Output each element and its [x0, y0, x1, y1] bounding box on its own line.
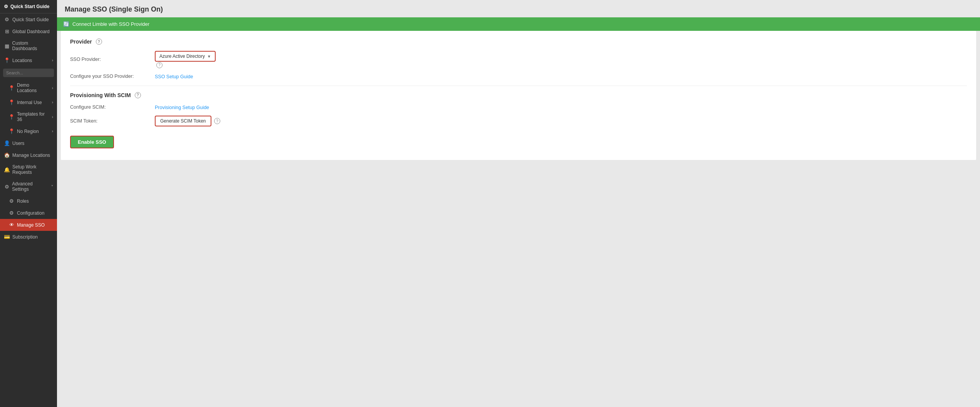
locations-icon: 📍 — [4, 57, 10, 63]
configure-scim-value: Provisioning Setup Guide — [155, 104, 967, 110]
sidebar-item-label: Configuration — [17, 210, 44, 216]
scim-token-help-icon[interactable]: ? — [214, 118, 220, 124]
sidebar-item-label: Locations — [12, 58, 32, 63]
sso-provider-value: Azure Active Directory ▼ ? — [155, 51, 967, 68]
search-input[interactable] — [3, 69, 54, 77]
scim-token-row: SCIM Token: Generate SCIM Token ? — [70, 116, 967, 126]
sidebar-item-no-region[interactable]: 📍 No Region › — [0, 125, 57, 137]
configure-scim-row: Configure SCIM: Provisioning Setup Guide — [70, 104, 967, 110]
templates-icon: 📍 — [8, 114, 15, 120]
chevron-right-icon: › — [52, 86, 53, 90]
sidebar-item-templates[interactable]: 📍 Templates for 36 › — [0, 108, 57, 125]
configuration-icon: ⚙ — [8, 210, 15, 216]
sidebar-item-label: Advanced Settings — [12, 181, 49, 192]
chevron-right-icon: › — [52, 129, 53, 133]
sidebar-item-label: Templates for 36 — [17, 111, 50, 122]
setup-work-requests-icon: 🔔 — [4, 167, 10, 173]
sidebar-item-locations[interactable]: 📍 Locations › — [0, 54, 57, 66]
no-region-icon: 📍 — [8, 128, 15, 134]
sso-provider-row: SSO Provider: Azure Active Directory ▼ ? — [70, 51, 967, 68]
sidebar-item-setup-work-requests[interactable]: 🔔 Setup Work Requests — [0, 161, 57, 178]
enable-sso-button[interactable]: Enable SSO — [70, 136, 114, 148]
sidebar-item-internal-use[interactable]: 📍 Internal Use › — [0, 96, 57, 108]
chevron-right-icon: › — [52, 100, 53, 104]
sidebar-title: Quick Start Guide — [10, 4, 49, 9]
provider-section: Provider ? SSO Provider: Azure Active Di… — [70, 39, 967, 79]
scim-token-label: SCIM Token: — [70, 118, 155, 124]
chevron-right-icon: › — [52, 58, 53, 62]
sidebar-header: ⚙ Quick Start Guide — [0, 0, 57, 13]
configure-scim-label: Configure SCIM: — [70, 104, 155, 110]
sidebar-item-users[interactable]: 👤 Users — [0, 137, 57, 149]
configure-sso-value: SSO Setup Guide — [155, 74, 967, 79]
configure-sso-label: Configure your SSO Provider: — [70, 74, 155, 79]
sidebar-item-quick-start[interactable]: ⚙ Quick Start Guide — [0, 13, 57, 25]
enable-sso-text: Enable SSO — [78, 139, 106, 145]
sidebar: ⚙ Quick Start Guide ⚙ Quick Start Guide … — [0, 0, 57, 407]
sidebar-item-label: Global Dashboard — [12, 29, 50, 34]
sidebar-item-manage-locations[interactable]: 🏠 Manage Locations — [0, 149, 57, 161]
internal-use-icon: 📍 — [8, 99, 15, 105]
demo-locations-icon: 📍 — [8, 85, 15, 91]
chevron-right-icon: › — [52, 115, 53, 119]
sso-banner-icon: 🔄 — [63, 21, 69, 27]
chevron-down-icon: ˅ — [51, 185, 53, 189]
custom-dashboards-icon: ▦ — [4, 43, 10, 49]
sso-banner: 🔄 Connect Limble with SSO Provider — [57, 17, 980, 31]
scim-setup-guide-link[interactable]: Provisioning Setup Guide — [155, 105, 209, 110]
sso-provider-help-icon[interactable]: ? — [156, 62, 162, 68]
sidebar-item-label: No Region — [17, 129, 39, 134]
sidebar-item-demo-locations[interactable]: 📍 Demo Locations › — [0, 79, 57, 96]
advanced-settings-icon: ⚙ — [4, 184, 10, 190]
scim-token-value: Generate SCIM Token ? — [155, 116, 967, 126]
sidebar-item-label: Setup Work Requests — [12, 164, 53, 175]
sidebar-item-custom-dashboards[interactable]: ▦ Custom Dashboards — [0, 37, 57, 54]
sso-provider-select[interactable]: Azure Active Directory ▼ — [155, 51, 216, 62]
scim-help-icon[interactable]: ? — [135, 92, 141, 98]
sidebar-item-label: Demo Locations — [17, 82, 50, 93]
sidebar-item-label: Quick Start Guide — [12, 17, 49, 22]
sidebar-item-subscription[interactable]: 💳 Subscription — [0, 231, 57, 243]
sidebar-item-label: Custom Dashboards — [12, 40, 53, 51]
manage-sso-icon: 👁 — [8, 222, 15, 228]
limble-icon: ⚙ — [4, 4, 8, 9]
generate-scim-token-text: Generate SCIM Token — [160, 118, 206, 124]
sidebar-item-label: Manage SSO — [17, 222, 45, 228]
sidebar-item-label: Users — [12, 141, 24, 146]
sidebar-item-label: Manage Locations — [12, 153, 50, 158]
generate-scim-token-button[interactable]: Generate SCIM Token — [155, 116, 211, 126]
global-dashboard-icon: ⊞ — [4, 29, 10, 34]
page-header: Manage SSO (Single Sign On) — [57, 0, 980, 17]
page-title: Manage SSO (Single Sign On) — [65, 5, 972, 13]
content-card: Provider ? SSO Provider: Azure Active Di… — [61, 31, 976, 160]
sidebar-item-manage-sso[interactable]: 👁 Manage SSO — [0, 219, 57, 231]
section-divider — [70, 86, 967, 86]
sidebar-item-advanced-settings[interactable]: ⚙ Advanced Settings ˅ — [0, 178, 57, 195]
configure-sso-row: Configure your SSO Provider: SSO Setup G… — [70, 74, 967, 79]
scim-section-title: Provisioning With SCIM ? — [70, 92, 967, 98]
sso-provider-label: SSO Provider: — [70, 57, 155, 62]
main-content: Manage SSO (Single Sign On) 🔄 Connect Li… — [57, 0, 980, 407]
sidebar-item-label: Roles — [17, 198, 29, 204]
provider-section-title: Provider ? — [70, 39, 967, 45]
sso-provider-text: Azure Active Directory — [159, 54, 205, 59]
subscription-icon: 💳 — [4, 234, 10, 240]
roles-icon: ⚙ — [8, 198, 15, 204]
sidebar-item-roles[interactable]: ⚙ Roles — [0, 195, 57, 207]
sidebar-item-global-dashboard[interactable]: ⊞ Global Dashboard — [0, 25, 57, 37]
manage-locations-icon: 🏠 — [4, 152, 10, 158]
sso-setup-guide-link[interactable]: SSO Setup Guide — [155, 74, 193, 79]
quick-start-icon: ⚙ — [4, 17, 10, 22]
provider-help-icon[interactable]: ? — [96, 39, 102, 45]
dropdown-arrow-icon: ▼ — [207, 54, 211, 59]
users-icon: 👤 — [4, 140, 10, 146]
sidebar-item-configuration[interactable]: ⚙ Configuration — [0, 207, 57, 219]
scim-section: Provisioning With SCIM ? Configure SCIM:… — [70, 92, 967, 126]
sso-banner-text: Connect Limble with SSO Provider — [72, 21, 149, 27]
sidebar-item-label: Internal Use — [17, 100, 42, 105]
sidebar-item-label: Subscription — [12, 234, 38, 240]
